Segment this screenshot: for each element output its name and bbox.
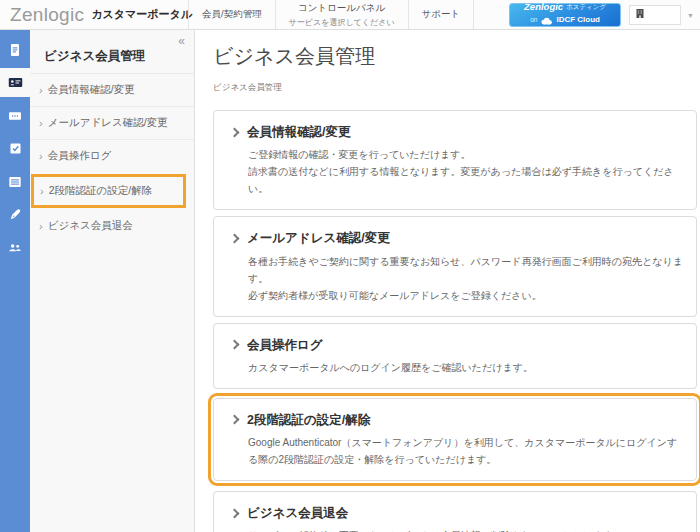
- card-title: 会員操作ログ: [247, 337, 323, 353]
- sidebar-item-operation-log[interactable]: › 会員操作ログ: [30, 139, 194, 172]
- menu-card-list: 会員情報確認/変更 ご登録情報の確認・変更を行っていただけます。 請求書の送付な…: [213, 110, 697, 532]
- sidebar: « ビジネス会員管理 › 会員情報確認/変更 › メールアドレス確認/変更 › …: [30, 30, 195, 532]
- body-region: « ビジネス会員管理 › 会員情報確認/変更 › メールアドレス確認/変更 › …: [0, 30, 700, 532]
- chevron-right-icon: ›: [39, 151, 43, 162]
- account-select-box: [629, 5, 681, 25]
- building-icon: [634, 6, 646, 24]
- chevron-right-icon: [230, 127, 240, 137]
- chevron-right-icon: ›: [39, 221, 43, 232]
- sidebar-item-label: 2段階認証の設定/解除: [49, 184, 153, 198]
- card-description: カスタマーポータルへのログイン履歴をご確認いただけます。: [248, 359, 686, 376]
- portal-title: カスタマーポータル: [91, 7, 192, 22]
- chevron-right-icon: [230, 415, 240, 425]
- top-header: Zenlogic カスタマーポータル 会員/契約管理 コントロールパネル サービ…: [0, 0, 700, 30]
- zenlogic-hosting-badge[interactable]: Zenlogic ホスティング on IDCF Cloud: [509, 3, 621, 27]
- sidebar-item-label: 会員情報確認/変更: [48, 83, 135, 97]
- sidebar-highlight-box: › 2段階認証の設定/解除: [31, 174, 186, 208]
- chevron-right-icon: ›: [39, 118, 43, 129]
- sidebar-item-label: ビジネス会員退会: [48, 219, 133, 233]
- card-withdrawal[interactable]: ビジネス会員退会 サービスの解約後、不要になったビジネス会員情報の削除を行ってい…: [213, 491, 697, 532]
- icon-rail: [0, 30, 30, 532]
- card-email[interactable]: メールアドレス確認/変更 各種お手続きやご契約に関する重要なお知らせ、パスワード…: [213, 216, 697, 316]
- card-description: ご登録情報の確認・変更を行っていただけます。 請求書の送付などに利用する情報とな…: [248, 146, 686, 197]
- users-icon[interactable]: [0, 233, 30, 262]
- nav-control-panel[interactable]: コントロールパネル サービスを選択してください: [275, 0, 408, 29]
- sidebar-item-label: 会員操作ログ: [48, 149, 112, 163]
- list-icon[interactable]: [0, 167, 30, 196]
- checkbox-icon[interactable]: [0, 134, 30, 163]
- zenlogic-brand-text: Zenlogic: [10, 5, 84, 24]
- sidebar-item-label: メールアドレス確認/変更: [48, 116, 168, 130]
- main-content: ビジネス会員管理 ビジネス会員管理 会員情報確認/変更 ご登録情報の確認・変更を…: [195, 30, 700, 532]
- card-member-info[interactable]: 会員情報確認/変更 ご登録情報の確認・変更を行っていただけます。 請求書の送付な…: [213, 110, 697, 210]
- card-operation-log[interactable]: 会員操作ログ カスタマーポータルへのログイン履歴をご確認いただけます。: [213, 323, 697, 389]
- card-description: 各種お手続きやご契約に関する重要なお知らせ、パスワード再発行画面ご利用時の宛先と…: [248, 253, 686, 304]
- chevron-down-icon: ▼: [687, 12, 694, 19]
- page-title: ビジネス会員管理: [213, 44, 700, 69]
- document-icon[interactable]: [0, 35, 30, 64]
- breadcrumb: ビジネス会員管理: [213, 82, 700, 94]
- header-right: Zenlogic ホスティング on IDCF Cloud ▼: [509, 0, 694, 30]
- sidebar-item-email[interactable]: › メールアドレス確認/変更: [30, 106, 194, 139]
- sidebar-title: ビジネス会員管理: [44, 48, 184, 65]
- account-dropdown[interactable]: ▼: [629, 5, 694, 25]
- pen-icon[interactable]: [0, 200, 30, 229]
- header-nav: 会員/契約管理 コントロールパネル サービスを選択してください サポート: [188, 0, 474, 29]
- card-description: サービスの解約後、不要になったビジネス会員情報の削除を行っていただけます。: [248, 527, 686, 532]
- chevron-right-icon: ›: [39, 85, 43, 96]
- chevron-right-icon: [230, 233, 240, 243]
- card-title: 2段階認証の設定/解除: [247, 412, 370, 428]
- chevron-right-icon: [230, 340, 240, 350]
- payment-card-icon[interactable]: [0, 101, 30, 130]
- card-title: 会員情報確認/変更: [247, 124, 350, 140]
- id-card-icon[interactable]: [0, 68, 30, 97]
- sidebar-item-withdrawal[interactable]: › ビジネス会員退会: [30, 210, 194, 242]
- zenlogic-logo[interactable]: Zenlogic カスタマーポータル: [0, 0, 188, 29]
- card-title: ビジネス会員退会: [247, 505, 348, 521]
- customer-portal-page: Zenlogic カスタマーポータル 会員/契約管理 コントロールパネル サービ…: [0, 0, 700, 532]
- cloud-icon: [540, 12, 553, 28]
- chevron-right-icon: [230, 508, 240, 518]
- sidebar-item-two-factor[interactable]: › 2段階認証の設定/解除: [34, 177, 183, 205]
- card-description: Google Authenticator（スマートフォンアプリ）を利用して、カス…: [248, 434, 686, 468]
- card-title: メールアドレス確認/変更: [247, 230, 390, 246]
- card-two-factor[interactable]: 2段階認証の設定/解除 Google Authenticator（スマートフォン…: [213, 398, 697, 481]
- nav-member-contract[interactable]: 会員/契約管理: [188, 0, 275, 29]
- sidebar-collapse-icon[interactable]: «: [178, 35, 185, 47]
- sidebar-item-member-info[interactable]: › 会員情報確認/変更: [30, 73, 194, 106]
- nav-support[interactable]: サポート: [408, 0, 475, 29]
- chevron-right-icon: ›: [40, 186, 44, 197]
